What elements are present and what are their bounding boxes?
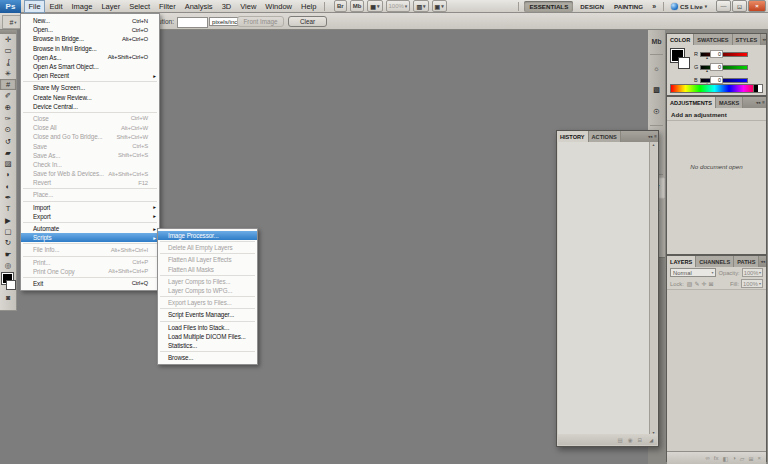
history-scrollbar[interactable]: ▴ ▾ [649,142,657,435]
new-adjustment-layer-icon[interactable]: ◑ [732,455,736,461]
scripts-submenu-item-flatten-all-layer-effects[interactable]: Flatten All Layer Effects [158,255,257,264]
new-document-from-state-icon[interactable]: ▤ [618,437,623,443]
hand-tool[interactable]: ☛ [0,249,16,260]
adjustments-panel-tab-masks[interactable]: MASKS [716,97,743,108]
workspace-painting[interactable]: PAINTING [609,0,648,13]
file-menu-item-print-one-copy[interactable]: Print One CopyAlt+Shift+Ctrl+P [21,267,159,276]
delete-state-icon[interactable]: ⊟ [638,437,643,443]
file-menu-item-save-for-web-devices[interactable]: Save for Web & Devices...Alt+Shift+Ctrl+… [21,169,159,178]
menubar-item-layer[interactable]: Layer [97,0,125,13]
scripts-submenu-item-layer-comps-to-wpg[interactable]: Layer Comps to WPG... [158,286,257,295]
file-menu-item-scripts[interactable]: Scripts▸ [21,233,159,242]
scripts-submenu-item-image-processor[interactable]: Image Processor... [158,231,257,240]
type-tool[interactable]: T [0,203,16,214]
layer-style-icon[interactable]: fx [714,455,719,461]
workspace-overflow-button[interactable]: » [648,3,660,10]
launch-bridge-button[interactable]: Br [334,0,347,12]
scripts-submenu-item-browse[interactable]: Browse... [158,353,257,362]
file-menu-item-place[interactable]: Place... [21,190,159,199]
slider-handle-icon[interactable]: ▴ [706,55,708,60]
delete-layer-icon[interactable]: × [757,455,761,461]
lock-transparent-pixels-icon[interactable]: ▨ [687,281,693,287]
slider-value-input[interactable]: 0 [710,63,723,71]
file-menu-item-revert[interactable]: RevertF12 [21,178,159,187]
eyedropper-tool[interactable]: ✐ [0,90,16,101]
adjustments-panel-tab-adjustments[interactable]: ADJUSTMENTS [667,97,716,108]
screen-mode-button[interactable]: ▣▾ [432,0,447,12]
scripts-submenu-item-script-events-manager[interactable]: Script Events Manager... [158,310,257,319]
color-panel-tab-styles[interactable]: STYLES [733,34,762,45]
front-image-button[interactable]: Front Image [237,16,284,27]
layers-panel-tab-channels[interactable]: CHANNELS [696,256,734,267]
add-layer-mask-icon[interactable]: ◧ [723,455,729,462]
menubar-item-edit[interactable]: Edit [45,0,67,13]
gradient-tool[interactable]: ▨ [0,158,16,169]
file-menu-item-browse-in-mini-bridge[interactable]: Browse in Mini Bridge... [21,44,159,53]
file-menu-item-browse-in-bridge[interactable]: Browse in Bridge...Alt+Ctrl+O [21,34,159,43]
launch-mini-bridge-button[interactable]: Mb [350,0,365,12]
pen-tool[interactable]: ✒ [0,192,16,203]
mini-bridge-panel-icon[interactable]: Mb [648,30,665,52]
file-menu-item-file-info[interactable]: File Info...Alt+Shift+Ctrl+I [21,245,159,254]
rotate-view-tool[interactable]: ↻ [0,237,16,248]
collapse-panel-icon[interactable]: ◂◂ [761,34,766,45]
file-menu-item-close-and-go-to-bridge[interactable]: Close and Go To Bridge...Shift+Ctrl+W [21,132,159,141]
scripts-submenu-item-statistics[interactable]: Statistics... [158,341,257,350]
file-menu-item-check-in[interactable]: Check In... [21,160,159,169]
scripts-submenu-item-delete-all-empty-layers[interactable]: Delete All Empty Layers [158,243,257,252]
layers-panel-tab-layers[interactable]: LAYERS [667,256,696,267]
resize-grip-icon[interactable]: ◢ [649,437,653,443]
file-menu-item-print[interactable]: Print...Ctrl+P [21,258,159,267]
menubar-item-help[interactable]: Help [297,0,321,13]
slider-handle-icon[interactable]: ▴ [706,68,708,73]
history-panel-tab-history[interactable]: HISTORY [557,131,589,142]
scripts-submenu-item-layer-comps-to-files[interactable]: Layer Comps to Files... [158,277,257,286]
minimize-button[interactable]: — [716,0,731,12]
menubar-item-file[interactable]: File [24,0,45,13]
healing-brush-tool[interactable]: ⊕ [0,102,16,113]
file-menu-item-save[interactable]: SaveCtrl+S [21,141,159,150]
file-menu-item-open-as[interactable]: Open As...Alt+Shift+Ctrl+O [21,53,159,62]
color-spectrum-ramp[interactable] [670,84,759,93]
menubar-item-select[interactable]: Select [125,0,155,13]
restore-button[interactable]: ⊡ [732,0,747,12]
panel-menu-icon[interactable]: ≡ [761,97,766,108]
blend-mode-select[interactable]: Normal ▾ [670,268,716,277]
new-snapshot-icon[interactable]: ◉ [628,437,633,443]
history-panel-tab-actions[interactable]: ACTIONS [589,131,621,142]
eraser-tool[interactable]: ▰ [0,147,16,158]
file-menu-item-automate[interactable]: Automate▸ [21,224,159,233]
file-menu-item-export[interactable]: Export▸ [21,212,159,221]
clear-button[interactable]: Clear [288,16,327,27]
link-layers-icon[interactable]: ∞ [706,455,710,461]
new-layer-icon[interactable]: ⊞ [748,455,753,462]
scroll-up-icon[interactable]: ▴ [652,142,654,147]
zoom-level-button[interactable]: 100%▾ [386,0,411,12]
resolution-input[interactable] [177,17,208,28]
view-extras-button[interactable]: ▦▾ [367,0,382,12]
masks-panel-icon[interactable]: ▧ [648,79,665,101]
workspace-design[interactable]: DESIGN [575,0,609,13]
file-menu-item-open-recent[interactable]: Open Recent▸ [21,71,159,80]
lasso-tool[interactable]: ʆ [0,57,16,68]
quick-mask-mode-button[interactable]: ◙ [0,292,16,303]
move-tool[interactable]: ✛ [0,34,16,45]
opacity-input[interactable]: 100% ▾ [742,268,763,277]
crop-tool[interactable]: # [0,79,16,90]
close-button[interactable]: × [748,0,766,12]
file-menu-item-open[interactable]: Open...Ctrl+O [21,25,159,34]
scripts-submenu-item-flatten-all-masks[interactable]: Flatten All Masks [158,265,257,274]
menubar-item-analysis[interactable]: Analysis [180,0,217,13]
background-color-swatch[interactable] [678,57,690,69]
menubar-item-3d[interactable]: 3D [217,0,236,13]
blur-tool[interactable]: ◗ [0,170,16,181]
menubar-item-image[interactable]: Image [67,0,97,13]
lock-all-icon[interactable]: ⊠ [709,281,714,287]
slider-value-input[interactable]: 0 [710,76,723,84]
slider-value-input[interactable]: 0 [710,50,723,58]
file-menu-item-close-all[interactable]: Close AllAlt+Ctrl+W [21,123,159,132]
lock-position-icon[interactable]: ✛ [702,281,707,287]
lock-image-pixels-icon[interactable]: ✎ [695,281,700,287]
file-menu-item-exit[interactable]: ExitCtrl+Q [21,279,159,288]
workspace-essentials[interactable]: ESSENTIALS [524,1,573,12]
